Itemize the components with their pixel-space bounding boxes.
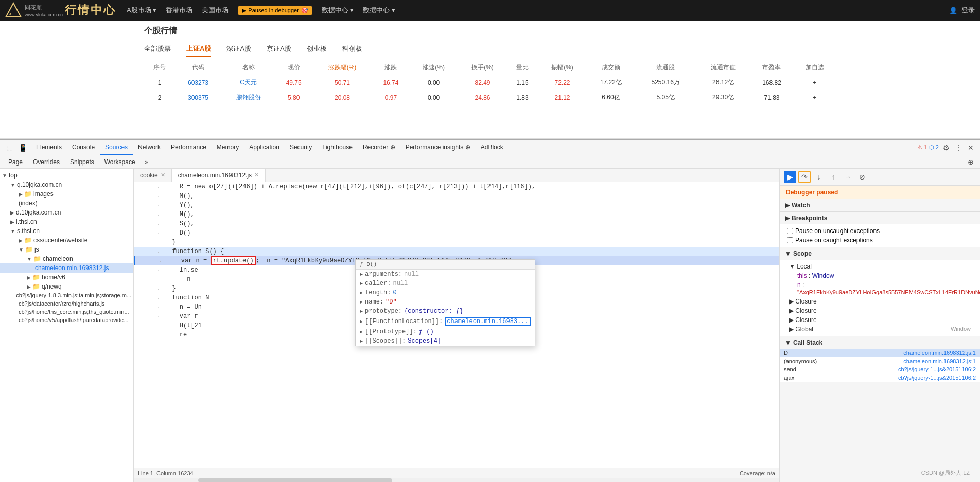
th-amount[interactable]: 成交额 [587,60,635,75]
close-tab-icon[interactable]: ✕ [254,172,259,178]
cell-add[interactable]: + [793,90,836,105]
step-out-btn[interactable]: ↑ [827,171,839,183]
th-speed[interactable]: 涨速(%) [409,60,458,75]
tree-css[interactable]: ▶ 📁 css/ucenter/website [0,236,133,245]
tab-application[interactable]: Application [244,140,285,155]
tab-memory[interactable]: Memory [212,140,244,155]
pause-uncaught-checkbox[interactable] [787,228,793,234]
subtab-overrides[interactable]: Overrides [29,155,64,169]
tree-qnewq[interactable]: ▶ 📁 q/newq [0,282,133,291]
code-tab-cookie[interactable]: cookie ✕ [134,169,172,182]
menu-hk[interactable]: 香港市场 [166,6,192,15]
cell-add[interactable]: + [793,75,836,90]
tab-star[interactable]: 科创板 [342,44,362,57]
tab-lighthouse[interactable]: Lighthouse [317,140,358,155]
code-scrollbar[interactable] [134,478,779,482]
menu-us[interactable]: 美国市场 [202,6,229,15]
tree-ithsi[interactable]: ▶ i.thsi.cn [0,217,133,226]
th-amplitude[interactable]: 振幅(%) [538,60,587,75]
tab-security[interactable]: Security [285,140,317,155]
th-marketcap[interactable]: 流通市值 [696,60,750,75]
step-into-btn[interactable]: ↓ [813,171,825,183]
tree-js[interactable]: ▼ 📁 js [0,245,133,254]
more-icon[interactable]: ⋮ [953,142,964,153]
tab-network[interactable]: Network [133,140,166,155]
function-location-link[interactable]: chameleon.min.16983... [445,317,530,326]
tab-sh[interactable]: 上证A股 [186,44,211,57]
menu-new3[interactable]: 数据中心 ▾ [322,6,354,15]
subtab-snippets[interactable]: Snippets [66,155,98,169]
tab-recorder[interactable]: Recorder ⊕ [358,140,400,155]
scope-n[interactable]: n : "AxqR1EkbKy9u9aeDZYLHoIGqa8s5557NEM4… [785,280,975,297]
section-callstack-header[interactable]: ▼ Call Stack [780,336,980,349]
tab-gem[interactable]: 创业板 [307,44,327,57]
tab-perf-insights[interactable]: Performance insights ⊕ [400,140,476,155]
pause-caught-checkbox[interactable] [787,237,793,243]
tab-adblock[interactable]: AdBlock [476,140,509,155]
step-btn[interactable]: → [842,171,854,183]
callstack-item-d[interactable]: D chameleon.min.1698312.js:1 [780,349,980,357]
code-tab-chameleon[interactable]: chameleon.min.1698312.js ✕ [172,169,266,182]
section-arrow: ▶ [785,202,790,209]
login-btn[interactable]: 登录 [961,6,975,15]
section-scope-header[interactable]: ▼ Scope [780,247,980,260]
tab-console[interactable]: Console [67,140,100,155]
scope-closure1[interactable]: ▶ Closure [785,297,975,306]
tab-sources[interactable]: Sources [100,140,133,155]
scope-closure2[interactable]: ▶ Closure [785,306,975,315]
inspect-icon[interactable]: ⬚ [4,142,14,153]
section-breakpoints-header[interactable]: ▶ Breakpoints [780,212,980,224]
tree-q10[interactable]: ▼ q.10jqka.com.cn [0,180,133,189]
th-turnover[interactable]: 换手(%) [458,60,507,75]
tab-bj[interactable]: 京证A股 [267,44,291,57]
resume-btn[interactable]: ▶ [784,171,796,183]
section-watch-header[interactable]: ▶ Watch [780,199,980,211]
tree-index[interactable]: (index) [0,199,133,208]
cell-code[interactable]: 603273 [175,75,221,90]
tree-flash[interactable]: cb?js/home/v5/app/flash/;puredataprovide… [0,316,133,324]
tree-chameleon-folder[interactable]: ▼ 📁 chameleon [0,254,133,263]
subtab-workspace[interactable]: Workspace [100,155,139,169]
tab-elements[interactable]: Elements [31,140,67,155]
tree-sthsi[interactable]: ▼ s.thsi.cn [0,226,133,236]
close-icon[interactable]: ✕ [966,142,976,153]
callstack-item-ajax[interactable]: ajax cb?js/jquery-1...js&20151106:2 [780,373,980,382]
code-content[interactable]: . R = new o[27](i[246]) + A.replace(new … [134,182,779,468]
menu-data-center[interactable]: 数据中心 ▾ [363,6,395,15]
menu-a-stock[interactable]: A股市场 ▾ [127,6,156,15]
more-subtabs[interactable]: » [142,157,152,167]
tree-highcharts[interactable]: cb?js/datacenter/rzrq/highcharts.js [0,299,133,308]
code-line: . D() [134,228,779,238]
cell-name[interactable]: 鹏翎股份 [221,90,275,105]
device-icon[interactable]: 📱 [18,142,28,153]
th-circulating[interactable]: 流通股 [635,60,696,75]
tree-d10[interactable]: ▶ d.10jqka.com.cn [0,208,133,217]
tree-images[interactable]: ▶ 📁 images [0,189,133,199]
tree-top[interactable]: ▼ top [0,171,133,180]
cell-name[interactable]: C天元 [221,75,275,90]
close-tab-icon[interactable]: ✕ [161,172,165,178]
scope-local-header[interactable]: ▼ Local [785,262,975,271]
deactivate-breakpoints-btn[interactable]: ⊘ [856,171,868,183]
th-pct[interactable]: 涨跌幅(%) [312,60,372,75]
tree-homev6[interactable]: ▶ 📁 home/v6 [0,273,133,282]
cell-code[interactable]: 300375 [175,90,221,105]
scope-closure3[interactable]: ▶ Closure [785,315,975,325]
th-price[interactable]: 现价 [275,60,312,75]
tree-jquery[interactable]: cb?js/jquery-1.8.3.min.js;ta.min.js;stor… [0,291,133,299]
callstack-item-send[interactable]: send cb?js/jquery-1...js&20151106:2 [780,365,980,373]
callstack-item-anon[interactable]: (anonymous) chameleon.min.1698312.js:1 [780,357,980,365]
add-workspace-icon[interactable]: ⊕ [966,157,976,167]
tab-all[interactable]: 全部股票 [144,44,171,57]
tab-sz[interactable]: 深证A股 [226,44,251,57]
th-change[interactable]: 涨跌 [373,60,409,75]
settings-icon[interactable]: ⚙ [941,142,951,153]
tab-performance[interactable]: Performance [166,140,212,155]
subtab-page[interactable]: Page [4,155,27,169]
tree-thscore[interactable]: cb?js/home/ths_core.min.js;ths_quote.min… [0,308,133,316]
scope-global[interactable]: ▶ Global Window [785,325,975,334]
scope-this[interactable]: this : Window [785,271,975,280]
tree-chameleon-file[interactable]: chameleon.min.1698312.js [0,263,133,273]
step-over-btn[interactable]: ↷ [798,171,811,183]
th-add: 加自选 [793,60,836,75]
